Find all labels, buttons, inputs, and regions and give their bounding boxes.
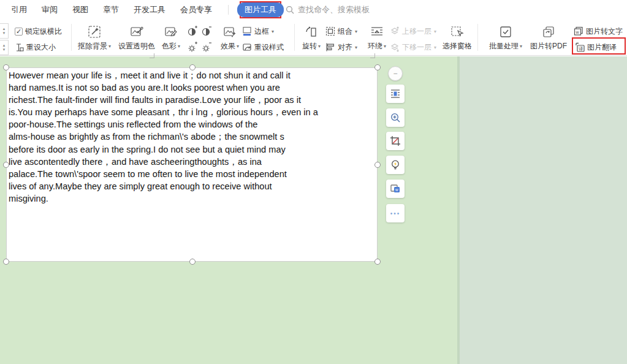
document-canvas[interactable]: However mean your life is，meet it and li…: [0, 56, 627, 364]
image-to-text-label: 图片转文字: [586, 26, 623, 37]
chevron-down-icon: ▾: [272, 29, 274, 34]
text-wrap-quick-button[interactable]: [386, 85, 405, 103]
chevron-down-icon: ▾: [434, 45, 436, 50]
search-placeholder: 查找命令、搜索模板: [298, 4, 370, 15]
more-icon: •••: [390, 210, 401, 217]
chevron-down-icon: ▾: [108, 44, 111, 49]
increase-contrast-button[interactable]: [186, 24, 199, 39]
bring-forward-label: 上移一层: [402, 26, 431, 37]
chevron-down-icon: ▾: [520, 44, 522, 49]
decrease-brightness-button[interactable]: [200, 40, 213, 55]
menu-item-devtools[interactable]: 开发工具: [134, 4, 165, 15]
stepper-up-icon[interactable]: ▲: [2, 27, 6, 31]
color-label: 色彩: [162, 41, 177, 51]
menu-item-view[interactable]: 视图: [72, 4, 88, 15]
send-backward-icon: [390, 42, 400, 52]
batch-process-icon: [498, 25, 513, 39]
selection-pane-label: 选择窗格: [443, 41, 472, 51]
resize-handle-middle-right[interactable]: [374, 162, 381, 168]
resize-handle-top-right[interactable]: [374, 64, 381, 70]
stepper-down-icon[interactable]: ▼: [2, 48, 6, 52]
remove-background-button[interactable]: 抠除背景▾: [75, 22, 114, 54]
menu-item-references[interactable]: 引用: [11, 4, 27, 15]
smart-features-quick-button[interactable]: [386, 156, 405, 174]
collapse-side-toolbar-button[interactable]: −: [388, 66, 403, 81]
width-stepper[interactable]: ▲▼: [0, 40, 9, 55]
effects-icon: [222, 25, 237, 39]
set-transparent-color-icon: [129, 25, 144, 39]
align-icon: [325, 42, 335, 52]
resize-handle-top-left[interactable]: [3, 64, 9, 70]
minus-icon: −: [393, 69, 397, 78]
checkbox-checked-icon[interactable]: ✓: [15, 28, 23, 36]
rotate-button[interactable]: 旋转▾: [298, 22, 325, 54]
reset-size-button[interactable]: 重设大小: [15, 40, 56, 55]
menu-divider: [228, 5, 229, 15]
resize-handle-top-center[interactable]: [189, 64, 196, 70]
resize-handle-bottom-center[interactable]: [189, 259, 196, 265]
border-button[interactable]: 边框 ▾: [242, 24, 274, 39]
crop-icon: [390, 135, 401, 146]
menu-item-member[interactable]: 会员专享: [180, 4, 212, 15]
chevron-down-icon: ▾: [237, 44, 239, 49]
wrap-button[interactable]: 环绕▾: [363, 22, 390, 54]
group-label: 组合: [338, 26, 352, 37]
set-transparent-color-label: 设置透明色: [118, 41, 155, 51]
chevron-down-icon: ▾: [178, 44, 180, 49]
height-stepper[interactable]: ▲▼: [0, 23, 9, 39]
set-transparent-color-button[interactable]: 设置透明色: [116, 22, 157, 54]
align-label: 对齐: [338, 42, 352, 53]
lock-aspect-checkbox[interactable]: ✓ 锁定纵横比: [15, 24, 62, 39]
remove-background-label: 抠除背景: [78, 41, 107, 51]
align-button[interactable]: 对齐 ▾: [325, 40, 357, 55]
increase-brightness-button[interactable]: [186, 40, 199, 55]
image-to-text-button[interactable]: w 图片转文字: [574, 24, 623, 39]
command-search[interactable]: 查找命令、搜索模板: [286, 0, 370, 20]
w-glyph: w: [395, 188, 398, 192]
send-backward-button: 下移一层 ▾: [390, 40, 436, 55]
chevron-down-icon: ▾: [318, 44, 321, 49]
image-translate-button[interactable]: 译 图片翻译: [575, 40, 617, 55]
bring-forward-button: 上移一层 ▾: [390, 24, 436, 39]
image-to-text-icon: w: [574, 26, 583, 36]
stepper-down-icon[interactable]: ▼: [2, 31, 6, 36]
group-separator: [294, 24, 295, 51]
selection-pane-button[interactable]: 选择窗格: [440, 22, 474, 54]
batch-process-button[interactable]: 批量处理▾: [486, 22, 525, 54]
more-quick-button[interactable]: •••: [386, 204, 405, 222]
resize-handle-bottom-left[interactable]: [3, 259, 9, 265]
bring-forward-icon: [390, 26, 400, 36]
color-button[interactable]: 色彩▾: [157, 22, 185, 54]
lightbulb-icon: [390, 159, 401, 170]
margin-corner-mark: [370, 53, 375, 58]
selection-pane-icon: [450, 25, 465, 39]
menu-item-section[interactable]: 章节: [103, 4, 119, 15]
zoom-quick-button[interactable]: [386, 108, 405, 127]
image-text: However mean your life is，meet it and li…: [9, 69, 375, 205]
image-to-pdf-icon: [541, 25, 556, 39]
selected-image[interactable]: However mean your life is，meet it and li…: [6, 67, 378, 262]
effects-button[interactable]: 效果▾: [216, 22, 244, 54]
reset-style-button[interactable]: 重设样式: [242, 40, 284, 55]
batch-process-label: 批量处理: [489, 41, 519, 51]
wrap-label: 环绕: [368, 41, 382, 51]
image-to-doc-quick-button[interactable]: w: [386, 180, 405, 198]
rotate-icon: [304, 25, 319, 39]
wrap-icon: [370, 25, 384, 39]
group-separator: [71, 24, 72, 51]
stepper-up-icon[interactable]: ▲: [2, 44, 6, 48]
group-button[interactable]: 组合 ▾: [325, 24, 357, 39]
margin-corner-mark: [150, 53, 154, 58]
resize-handle-middle-left[interactable]: [3, 162, 9, 168]
zoom-in-icon: [390, 112, 401, 123]
tab-picture-tools[interactable]: 图片工具: [237, 2, 284, 17]
group-icon: [325, 26, 335, 36]
image-to-pdf-button[interactable]: 图片转PDF: [527, 22, 570, 54]
border-label: 边框: [254, 26, 269, 37]
w-glyph: w: [576, 30, 580, 34]
menu-item-review[interactable]: 审阅: [42, 4, 58, 15]
image-to-pdf-label: 图片转PDF: [530, 41, 567, 51]
decrease-contrast-button[interactable]: [200, 24, 213, 39]
resize-handle-bottom-right[interactable]: [374, 259, 381, 265]
crop-quick-button[interactable]: [386, 132, 405, 150]
